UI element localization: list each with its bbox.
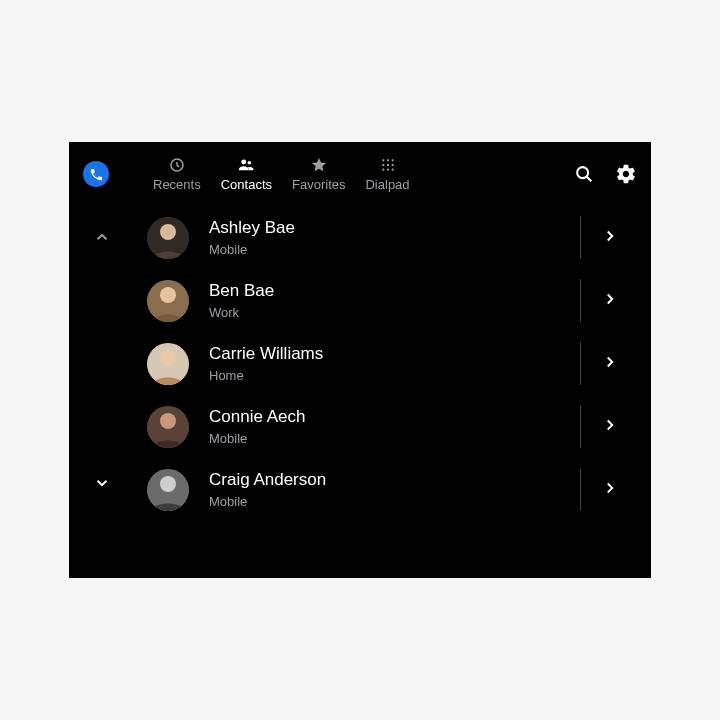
contacts-list: Ashley Bae Mobile Ben Bae Work <box>69 206 651 521</box>
contact-name: Carrie Williams <box>209 344 323 364</box>
row-divider <box>580 342 581 385</box>
contact-row[interactable]: Connie Aech Mobile <box>129 395 651 458</box>
svg-point-6 <box>382 164 384 166</box>
svg-point-19 <box>160 350 176 366</box>
contact-name: Ben Bae <box>209 281 274 301</box>
contact-detail-button[interactable] <box>601 479 619 501</box>
tab-favorites[interactable]: Favorites <box>292 156 345 192</box>
svg-line-13 <box>587 177 592 182</box>
svg-point-10 <box>386 169 388 171</box>
search-icon <box>573 163 595 185</box>
tab-label: Contacts <box>221 177 272 192</box>
contact-type: Mobile <box>209 494 326 509</box>
row-divider <box>580 468 581 511</box>
people-icon <box>237 156 255 174</box>
dialpad-icon <box>379 156 397 174</box>
tab-dialpad[interactable]: Dialpad <box>365 156 409 192</box>
contact-info: Ben Bae Work <box>209 281 274 320</box>
contact-row[interactable]: Ashley Bae Mobile <box>129 206 651 269</box>
svg-point-1 <box>242 160 247 165</box>
chevron-right-icon <box>601 416 619 434</box>
svg-point-17 <box>160 287 176 303</box>
contact-type: Mobile <box>209 431 305 446</box>
avatar <box>147 217 189 259</box>
contact-detail-button[interactable] <box>601 416 619 438</box>
contact-name: Connie Aech <box>209 407 305 427</box>
svg-point-4 <box>386 159 388 161</box>
avatar <box>147 469 189 511</box>
svg-point-21 <box>160 413 176 429</box>
chevron-right-icon <box>601 479 619 497</box>
contact-info: Connie Aech Mobile <box>209 407 305 446</box>
contact-row[interactable]: Ben Bae Work <box>129 269 651 332</box>
contact-info: Carrie Williams Home <box>209 344 323 383</box>
tab-bar: Recents Contacts Favorites <box>153 156 410 192</box>
contact-detail-button[interactable] <box>601 290 619 312</box>
svg-point-2 <box>248 161 252 165</box>
row-divider <box>580 405 581 448</box>
contact-name: Craig Anderson <box>209 470 326 490</box>
star-icon <box>310 156 328 174</box>
row-divider <box>580 216 581 259</box>
svg-point-12 <box>577 167 588 178</box>
phone-app-window: Recents Contacts Favorites <box>69 142 651 578</box>
chevron-right-icon <box>601 353 619 371</box>
chevron-right-icon <box>601 227 619 245</box>
svg-point-7 <box>386 164 388 166</box>
chevron-up-icon <box>93 228 111 246</box>
svg-point-9 <box>382 169 384 171</box>
contact-detail-button[interactable] <box>601 353 619 375</box>
tab-label: Favorites <box>292 177 345 192</box>
avatar <box>147 406 189 448</box>
contact-row[interactable]: Carrie Williams Home <box>129 332 651 395</box>
scroll-down-button[interactable] <box>93 474 111 496</box>
svg-point-11 <box>391 169 393 171</box>
contact-row[interactable]: Craig Anderson Mobile <box>129 458 651 521</box>
chevron-down-icon <box>93 474 111 492</box>
settings-button[interactable] <box>615 163 637 185</box>
clock-icon <box>168 156 186 174</box>
contact-type: Work <box>209 305 274 320</box>
contact-type: Home <box>209 368 323 383</box>
svg-point-3 <box>382 159 384 161</box>
phone-icon <box>89 167 104 182</box>
contact-info: Craig Anderson Mobile <box>209 470 326 509</box>
scroll-up-button[interactable] <box>93 228 111 250</box>
search-button[interactable] <box>573 163 595 185</box>
svg-point-15 <box>160 224 176 240</box>
contact-name: Ashley Bae <box>209 218 295 238</box>
avatar <box>147 343 189 385</box>
tab-contacts[interactable]: Contacts <box>221 156 272 192</box>
gear-icon <box>615 163 637 185</box>
tab-label: Recents <box>153 177 201 192</box>
svg-point-8 <box>391 164 393 166</box>
contact-type: Mobile <box>209 242 295 257</box>
svg-point-5 <box>391 159 393 161</box>
contact-info: Ashley Bae Mobile <box>209 218 295 257</box>
svg-point-23 <box>160 476 176 492</box>
phone-app-icon <box>83 161 109 187</box>
tab-recents[interactable]: Recents <box>153 156 201 192</box>
tab-label: Dialpad <box>365 177 409 192</box>
row-divider <box>580 279 581 322</box>
top-bar: Recents Contacts Favorites <box>69 142 651 206</box>
avatar <box>147 280 189 322</box>
contact-detail-button[interactable] <box>601 227 619 249</box>
chevron-right-icon <box>601 290 619 308</box>
